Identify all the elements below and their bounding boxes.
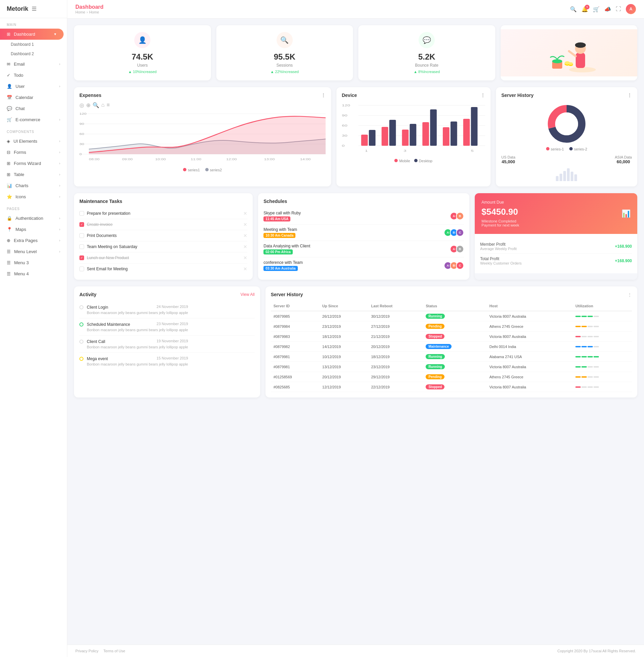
sidebar-item-maps[interactable]: 📍 Maps › [0, 224, 67, 235]
chevron-right-icon: › [59, 62, 60, 66]
server-table-menu-icon[interactable]: ⋮ [627, 292, 632, 297]
expenses-chart-title: Expenses ⋮ [79, 93, 326, 98]
expenses-menu-icon[interactable]: ⋮ [321, 93, 326, 98]
task-item: Print Documents ✕ [79, 230, 247, 241]
bell-icon[interactable]: 📣 [604, 6, 611, 13]
status-badge: Running [426, 354, 445, 359]
sidebar-item-chat[interactable]: 💬 Chat [0, 103, 67, 114]
sidebar-item-todo[interactable]: ✓ Todo [0, 70, 67, 81]
sidebar-item-menu4[interactable]: ☰ Menu 4 [0, 268, 67, 279]
sessions-label: Sessions [276, 63, 293, 68]
amount-milestone: Milestone Completed [482, 219, 630, 223]
notification-icon[interactable]: 🔔 5 [581, 6, 588, 13]
chart-ctrl-zoom-in[interactable]: ⊕ [86, 102, 91, 108]
task-text: Print Documents [87, 233, 117, 238]
task-checkbox[interactable] [79, 267, 84, 271]
task-delete-icon[interactable]: ✕ [243, 233, 247, 238]
sidebar-item-calendar[interactable]: 📅 Calendar [0, 92, 67, 103]
sidebar-item-label: Menu Level [14, 249, 37, 254]
sidebar-item-label: Extra Pages [14, 238, 38, 243]
sidebar-item-dashboard2[interactable]: Dashboard 2 [11, 49, 67, 59]
sidebar-item-ui-elements[interactable]: ◈ UI Elements › [0, 136, 67, 147]
stat-card-users: 👤 74.5K Users ▲ 10%Increased [74, 25, 211, 81]
task-delete-icon[interactable]: ✕ [243, 211, 247, 216]
calendar-icon: 📅 [7, 95, 12, 100]
sidebar-item-label: Forms Wizard [14, 161, 41, 166]
sidebar-item-forms-wizard[interactable]: ⊞ Forms Wizard › [0, 158, 67, 169]
avatar[interactable]: A [626, 4, 636, 14]
sub-label: Dashboard 2 [11, 51, 34, 56]
view-all-link[interactable]: View All [240, 292, 255, 297]
ui-icon: ◈ [7, 139, 10, 144]
util-bar [575, 366, 629, 367]
logo-area: Metorik ☰ [0, 0, 67, 18]
sidebar-item-menu-level[interactable]: ☰ Menu Level › [0, 246, 67, 257]
sidebar-item-user[interactable]: 👤 User › [0, 81, 67, 92]
task-checkbox[interactable]: ✓ [79, 222, 84, 227]
page-title: Dashboard [75, 4, 104, 10]
app-name: Metorik [7, 5, 28, 13]
sidebar-item-label: E-commerce [16, 117, 40, 122]
col-last-reboot: Last Reboot [368, 301, 423, 311]
task-checkbox[interactable] [79, 233, 84, 238]
sidebar-item-ecommerce[interactable]: 🛒 E-commerce › [0, 114, 67, 125]
donut-area: series-1 series-2 US Data 45,000 ASIA Da… [501, 102, 632, 181]
table-row: #0825685 12/12/2019 22/12/2019 Stopped V… [271, 382, 632, 392]
task-delete-icon[interactable]: ✕ [243, 255, 247, 260]
task-delete-icon[interactable]: ✕ [243, 266, 247, 272]
privacy-policy-link[interactable]: Privacy Policy [75, 649, 98, 653]
sessions-change: ▲ 22%Increased [271, 70, 299, 74]
device-menu-icon[interactable]: ⋮ [481, 93, 485, 98]
sidebar-item-extra-pages[interactable]: ⊕ Extra Pages › [0, 235, 67, 246]
task-delete-icon[interactable]: ✕ [243, 222, 247, 227]
expand-icon[interactable]: ⛶ [616, 6, 621, 12]
activity-content: Client Login 24 November 2019 Bonbon mac… [87, 304, 188, 315]
svg-text:11:00: 11:00 [191, 158, 202, 161]
dashboard-icon: ⊞ [7, 32, 10, 37]
chevron-right-icon: › [59, 228, 60, 231]
hamburger-icon[interactable]: ☰ [32, 6, 36, 12]
sidebar-item-authentication[interactable]: 🔒 Authentication › [0, 213, 67, 224]
sidebar-item-charts[interactable]: 📊 Charts › [0, 180, 67, 191]
svg-text:120: 120 [342, 104, 350, 107]
svg-rect-49 [471, 107, 478, 146]
search-icon[interactable]: 🔍 [570, 6, 577, 13]
schedule-item: Skype call with Ruby 11:45 Am USA AB [263, 208, 464, 225]
svg-text:09:00: 09:00 [122, 158, 133, 161]
task-delete-icon[interactable]: ✕ [243, 244, 247, 249]
sidebar-item-email[interactable]: ✉ Email › [0, 59, 67, 70]
terms-of-use-link[interactable]: Terms of Use [103, 649, 125, 653]
task-checkbox[interactable]: ✓ [79, 255, 84, 260]
chevron-right-icon: › [59, 184, 60, 187]
schedule-time-badge: 02:00 Pm Africa [263, 249, 293, 254]
cart-icon[interactable]: 🛒 [593, 6, 600, 13]
schedule-title: conference with Team [263, 260, 303, 265]
chart-ctrl-list[interactable]: ≡ [107, 102, 110, 108]
chart-ctrl-home[interactable]: ⌂ [101, 102, 105, 108]
activity-dot [79, 305, 84, 309]
task-item: Team Meeting on Satuarday ✕ [79, 241, 247, 252]
footer: Privacy Policy Terms of Use Copyright 20… [67, 644, 644, 657]
svg-point-10 [568, 62, 573, 65]
device-chart-card: Device ⋮ 0 30 60 90 120 [337, 87, 490, 186]
task-checkbox[interactable] [79, 211, 84, 216]
activity-date: 15 November 2019 [157, 356, 188, 360]
sidebar-item-menu3[interactable]: ☰ Menu 3 [0, 257, 67, 268]
activity-date: 24 November 2019 [157, 304, 188, 309]
task-checkbox[interactable] [79, 244, 84, 249]
svg-text:0: 0 [342, 144, 345, 148]
chart-ctrl-zoom-out[interactable]: 🔍 [93, 102, 99, 108]
table-row: #0879981 13/12/2019 23/12/2019 Running V… [271, 362, 632, 372]
sidebar-item-icons[interactable]: ⭐ Icons › [0, 191, 67, 202]
table-row: #0879981 10/12/2019 18/12/2019 Running A… [271, 352, 632, 362]
sidebar-item-forms[interactable]: ⊟ Forms › [0, 147, 67, 158]
amount-value: $5450.90 [482, 207, 630, 217]
sidebar-item-dashboard1[interactable]: Dashboard 1 [11, 40, 67, 49]
cell-up-since: 12/12/2019 [320, 382, 368, 392]
sidebar-item-table[interactable]: ⊞ Table › [0, 169, 67, 180]
chart-ctrl-circle[interactable]: ◎ [79, 102, 84, 108]
server-history-menu-icon[interactable]: ⋮ [627, 93, 632, 98]
stat-cards-row: 👤 74.5K Users ▲ 10%Increased 🔍 95.5K Ses… [74, 25, 637, 81]
sidebar-item-dashboard[interactable]: ⊞ Dashboard ▼ [0, 29, 64, 40]
breadcrumb-home: Home [75, 10, 85, 14]
